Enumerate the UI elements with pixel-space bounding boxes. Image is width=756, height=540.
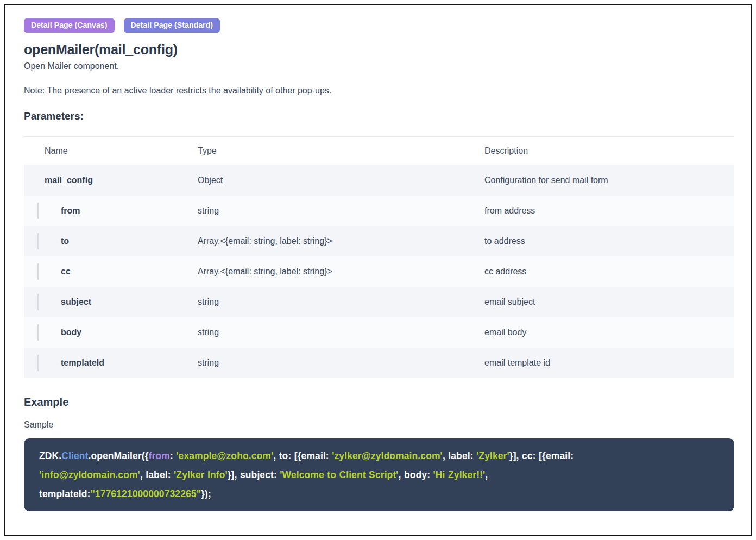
column-header-type: Type (198, 146, 484, 156)
table-row: to Array.<{email: string, label: string}… (24, 226, 734, 256)
table-row: subject string email subject (24, 287, 734, 317)
badge-row: Detail Page (Canvas) Detail Page (Standa… (24, 18, 734, 33)
param-type-cell: Array.<{email: string, label: string}> (198, 236, 484, 246)
param-description-cell: email body (484, 328, 734, 337)
example-heading: Example (24, 396, 734, 409)
param-name-cell: cc (24, 267, 198, 277)
param-name: cc (61, 267, 71, 276)
code-block: ZDK.Client.openMailer({from: 'example@zo… (24, 438, 734, 511)
param-description-cell: cc address (484, 267, 734, 277)
param-type-cell: string (198, 328, 484, 337)
parameters-table-header: Name Type Description (24, 137, 734, 165)
param-type-cell: string (198, 358, 484, 368)
note-text: Note: The presence of an active loader r… (24, 86, 734, 96)
indent-marker (37, 324, 39, 341)
column-header-description: Description (484, 146, 734, 156)
param-description-cell: email template id (484, 358, 734, 368)
indent-marker (37, 294, 39, 310)
param-name: subject (61, 297, 91, 306)
table-row: body string email body (24, 317, 734, 348)
param-name-cell: mail_config (24, 175, 198, 185)
indent-marker (37, 355, 39, 371)
param-name: body (61, 328, 81, 337)
table-row: mail_config Object Configuration for sen… (24, 165, 734, 196)
param-description-cell: from address (484, 206, 734, 216)
sample-label: Sample (24, 420, 734, 430)
page-title: openMailer(mail_config) (24, 42, 734, 58)
page-subtitle: Open Mailer component. (24, 61, 734, 71)
table-row: templateId string email template id (24, 348, 734, 378)
indent-marker (37, 203, 39, 219)
param-description-cell: Configuration for send mail form (484, 175, 734, 185)
badge-detail-page-standard: Detail Page (Standard) (124, 18, 220, 33)
badge-detail-page-canvas: Detail Page (Canvas) (24, 18, 115, 33)
column-header-name: Name (24, 146, 198, 156)
param-name-cell: body (24, 328, 198, 337)
param-description-cell: to address (484, 236, 734, 246)
param-description-cell: email subject (484, 297, 734, 307)
page: Detail Page (Canvas) Detail Page (Standa… (4, 4, 752, 536)
indent-marker (37, 233, 39, 249)
param-type-cell: string (198, 297, 484, 307)
doc-content: Detail Page (Canvas) Detail Page (Standa… (5, 5, 751, 511)
param-name: from (61, 206, 80, 215)
param-name-cell: to (24, 236, 198, 246)
table-row: from string from address (24, 196, 734, 226)
param-name-cell: templateId (24, 358, 198, 368)
param-type-cell: Object (198, 175, 484, 185)
param-name-cell: from (24, 206, 198, 216)
param-name-cell: subject (24, 297, 198, 307)
param-name: mail_config (45, 175, 93, 185)
parameters-heading: Parameters: (24, 110, 734, 122)
table-row: cc Array.<{email: string, label: string}… (24, 256, 734, 287)
indent-marker (37, 263, 39, 280)
code-text: ZDK.Client.openMailer({from: 'example@zo… (39, 450, 574, 499)
param-name: to (61, 236, 69, 246)
param-type-cell: Array.<{email: string, label: string}> (198, 267, 484, 277)
parameters-table-body: mail_config Object Configuration for sen… (24, 165, 734, 378)
param-type-cell: string (198, 206, 484, 216)
parameters-table: Name Type Description mail_config Object… (24, 136, 734, 378)
param-name: templateId (61, 358, 104, 367)
